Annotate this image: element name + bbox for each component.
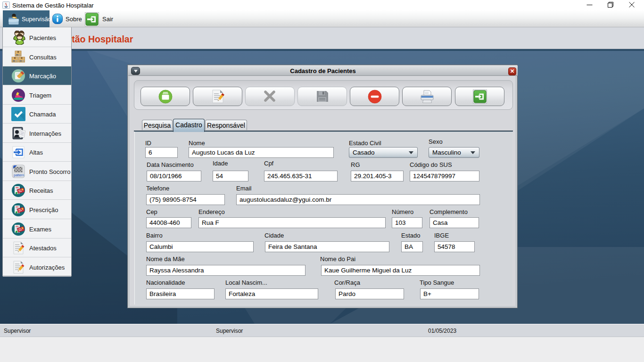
svg-text:pattern: pattern: [14, 173, 24, 177]
